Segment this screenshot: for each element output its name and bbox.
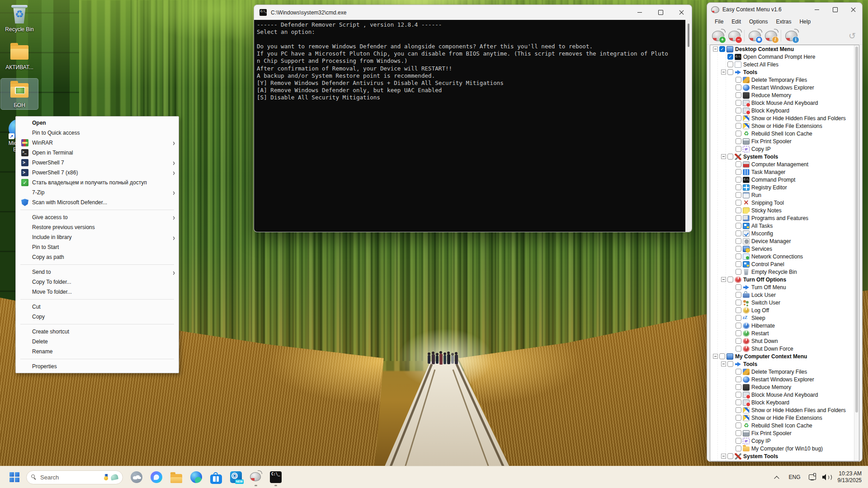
ecm-minimize-button[interactable] [808,3,826,16]
menu-item-give-access-to[interactable]: Give access to› [16,212,179,222]
tree-item-services[interactable]: Services [710,245,859,253]
tree-item-shut-down[interactable]: Shut Down [710,337,859,345]
desktop-icon-bon-folder[interactable]: БОН [1,79,38,109]
cleaner-button[interactable]: / [763,28,779,43]
tree-checkbox[interactable] [736,323,741,328]
tree-checkbox[interactable] [736,77,741,83]
tree-item-hibernate[interactable]: Hibernate [710,322,859,329]
menu-item-open-in-terminal[interactable]: Open in Terminal [16,148,179,158]
taskbar-app-edge[interactable] [186,467,206,487]
tree-checkbox[interactable] [736,215,741,221]
menubar-edit[interactable]: Edit [727,17,745,26]
tree-checkbox[interactable] [736,422,741,428]
tree-checkbox[interactable] [736,92,741,98]
menu-item-open[interactable]: Open [16,118,179,128]
tree-checkbox[interactable] [736,346,741,352]
tree-item-show-or-hide-hidden-files-and-folders[interactable]: Show or Hide Hidden Files and Folders [710,114,859,122]
tree-checkbox[interactable] [727,277,733,282]
tree-checkbox[interactable] [736,415,741,421]
menubar-options[interactable]: Options [745,17,772,26]
tree-checkbox[interactable] [727,69,733,75]
settings-button[interactable]: ✱ [746,28,763,43]
tree-item-network-connections[interactable]: Network Connections [710,253,859,260]
clock[interactable]: 10:23 AM 9/13/2025 [833,470,862,484]
tree-item-switch-user[interactable]: Switch User [710,299,859,306]
tree-item-my-computer-context-menu[interactable]: My Computer Context Menu [710,352,859,360]
tree-checkbox[interactable] [736,376,741,382]
ecm-title-bar[interactable]: Easy Context Menu v1.6 [707,3,862,16]
tree-item-restart[interactable]: Restart [710,329,859,337]
tree-item-rebuild-shell-icon-cache[interactable]: Rebuild Shell Icon Cache [710,422,859,429]
menu-item-include-in-library[interactable]: Include in library› [16,232,179,242]
cmd-title-bar[interactable]: C:\Windows\system32\cmd.exe [254,5,692,20]
about-button[interactable]: i [783,28,799,43]
tree-item-restart-windows-explorer[interactable]: Restart Windows Explorer [710,375,859,383]
language-indicator[interactable]: ENG [783,474,806,480]
tree-scrollbar-thumb[interactable] [855,47,858,413]
tree-checkbox[interactable] [727,61,733,67]
menu-item-powershell-7[interactable]: PowerShell 7› [16,158,179,168]
tree-item-sleep[interactable]: Sleep [710,314,859,322]
tree-item-turn-off-menu[interactable]: Turn Off Menu [710,283,859,291]
expand-collapse-toggle[interactable] [713,354,718,359]
tree-item-system-tools[interactable]: System Tools [710,153,859,160]
tree-item-rebuild-shell-icon-cache[interactable]: Rebuild Shell Icon Cache [710,130,859,137]
taskbar-app-outlook[interactable]: NEW [226,467,246,487]
tree-checkbox[interactable] [736,399,741,405]
tree-item-block-mouse-and-keyboard[interactable]: Block Mouse And Keyboard [710,99,859,107]
taskbar-app-cmd[interactable] [266,467,286,487]
tree-item-reduce-memory[interactable]: Reduce Memory [710,383,859,391]
expand-collapse-toggle[interactable] [721,154,726,159]
desktop-icon-recycle-bin[interactable]: ♻Recycle Bin [1,3,38,33]
taskbar-app-file-explorer[interactable] [166,467,186,487]
tree-item-show-or-hide-hidden-files-and-folders[interactable]: Show or Hide Hidden Files and Folders [710,406,859,414]
expand-collapse-toggle[interactable] [721,277,726,282]
tree-item-copy-ip[interactable]: Copy IP [710,437,859,445]
tree-item-block-keyboard[interactable]: Block Keyboard [710,107,859,114]
tree-item-copy-ip[interactable]: Copy IP [710,145,859,153]
expand-collapse-toggle[interactable] [721,70,726,75]
tree-checkbox[interactable] [736,369,741,375]
taskbar-app-copilot[interactable] [146,467,166,487]
menubar-extras[interactable]: Extras [772,17,795,26]
tree-item-open-command-prompt-here[interactable]: Open Command Prompt Here [710,53,859,61]
menu-item-copy-to-folder[interactable]: Copy To folder... [16,277,179,287]
tree-checkbox[interactable] [736,108,741,113]
tree-item-computer-management[interactable]: Computer Management [710,160,859,168]
tree-item-my-computer-for-win10-bug[interactable]: My Computer (for Win10 bug) [710,445,859,452]
tree-item-task-manager[interactable]: Task Manager [710,168,859,176]
menu-item-pin-to-start[interactable]: Pin to Start [16,242,179,252]
tree-checkbox[interactable] [736,84,741,90]
tree-checkbox[interactable] [736,207,741,213]
tree-checkbox[interactable] [736,146,741,152]
tree-checkbox[interactable] [736,184,741,190]
tree-checkbox[interactable] [736,315,741,321]
ecm-tree-list[interactable]: Desktop Context MenuOpen Command Prompt … [710,45,859,461]
tree-item-programs-and-features[interactable]: Programs and Features [710,214,859,222]
tree-item-registry-editor[interactable]: Registry Editor [710,183,859,191]
menu-item-winrar[interactable]: WinRAR› [16,138,179,148]
tree-checkbox[interactable] [736,446,741,451]
tree-item-control-panel[interactable]: Control Panel [710,260,859,268]
console-body[interactable]: ------ Defender Remover Script , version… [254,20,692,232]
tree-checkbox[interactable] [736,292,741,298]
tree-checkbox[interactable] [736,338,741,344]
tree-item-fix-print-spooler[interactable]: Fix Print Spooler [710,429,859,437]
menubar-file[interactable]: File [711,17,727,26]
network-icon[interactable] [806,468,820,486]
tree-checkbox[interactable] [736,392,741,398]
tree-item-tools[interactable]: Tools [710,68,859,76]
taskbar-app-widgets[interactable] [127,467,146,487]
tree-checkbox[interactable] [736,100,741,106]
volume-icon[interactable] [820,468,833,486]
tree-item-shut-down-force[interactable]: Shut Down Force [710,345,859,352]
taskbar-app-easy-context-menu[interactable] [246,467,266,487]
menu-item-move-to-folder[interactable]: Move To folder... [16,287,179,297]
tree-scrollbar[interactable] [854,45,859,461]
tree-checkbox[interactable] [736,284,741,290]
menu-item-7-zip[interactable]: 7-Zip› [16,188,179,197]
start-button[interactable] [5,468,24,486]
tree-checkbox[interactable] [736,253,741,259]
tree-checkbox[interactable] [736,407,741,413]
tree-checkbox[interactable] [727,154,733,160]
